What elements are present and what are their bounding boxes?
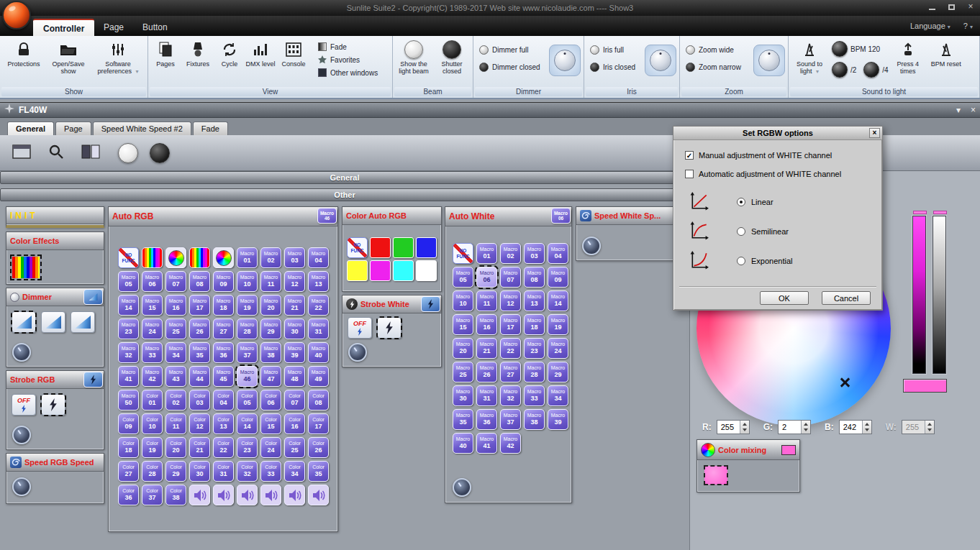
color-fader[interactable] xyxy=(912,216,926,374)
macro-button[interactable]: Macro35 xyxy=(189,342,210,363)
macro-button[interactable]: Macro02 xyxy=(260,247,281,268)
app-logo-icon[interactable] xyxy=(2,1,31,29)
macro-button[interactable]: Macro18 xyxy=(524,314,545,335)
macro-button[interactable]: Macro05 xyxy=(118,271,139,292)
macro-button[interactable]: Macro04 xyxy=(308,247,329,268)
fixtures-button[interactable]: Fixtures xyxy=(181,37,214,87)
zoom-narrow-option[interactable]: Zoom narrow xyxy=(686,63,752,72)
macro-button[interactable]: Macro49 xyxy=(308,366,329,387)
speaker-button[interactable] xyxy=(213,485,234,505)
minimize-icon[interactable] xyxy=(927,2,937,12)
automatic-white-checkbox[interactable] xyxy=(685,170,694,178)
macro-button[interactable]: Macro19 xyxy=(548,314,568,335)
macro-button[interactable]: Macro25 xyxy=(165,318,186,339)
macro-button[interactable]: Macro08 xyxy=(189,271,210,292)
macro-button[interactable]: Macro22 xyxy=(500,338,521,359)
color-button[interactable]: Color37 xyxy=(142,485,163,505)
macro-button[interactable]: Macro01 xyxy=(476,243,497,264)
macro-button[interactable]: Macro21 xyxy=(284,295,305,316)
iris-full-option[interactable]: Iris full xyxy=(590,45,643,55)
split-view-button[interactable] xyxy=(78,139,104,167)
macro-button[interactable]: Macro22 xyxy=(308,295,329,316)
color-button[interactable]: Color08 xyxy=(308,390,329,411)
color-button[interactable]: Color24 xyxy=(260,437,281,458)
spinner-arrows[interactable] xyxy=(862,421,871,434)
color-wheel-icon[interactable] xyxy=(165,247,186,268)
iris-knob[interactable] xyxy=(645,45,676,76)
color-button[interactable]: Color05 xyxy=(237,390,258,411)
speaker-button[interactable] xyxy=(260,485,281,505)
macro-button[interactable]: Macro30 xyxy=(284,318,305,339)
macro-button[interactable]: Macro35 xyxy=(453,409,473,430)
color-button[interactable]: Color01 xyxy=(142,390,163,411)
macro-button[interactable]: Macro32 xyxy=(118,342,139,363)
macro-button[interactable]: Macro25 xyxy=(453,362,473,382)
beam-closed-button[interactable] xyxy=(150,143,170,163)
color-swatch[interactable] xyxy=(393,260,414,281)
macro-button[interactable]: Macro15 xyxy=(142,295,163,316)
console-button[interactable]: Console xyxy=(276,37,311,87)
color-button[interactable]: Color38 xyxy=(165,485,186,505)
macro-button[interactable]: Macro33 xyxy=(524,385,545,406)
speaker-button[interactable] xyxy=(308,485,329,505)
sound-to-light-button[interactable]: Sound to light ▾ xyxy=(790,37,829,87)
macro-button[interactable]: Macro02 xyxy=(500,243,521,264)
color-button[interactable]: Color07 xyxy=(284,390,305,411)
section-bar-other[interactable]: Other xyxy=(0,188,689,201)
macro-button[interactable]: Macro41 xyxy=(476,433,497,454)
macro-button[interactable]: Macro08 xyxy=(524,267,545,288)
shutter-closed-button[interactable]: Shutter closed xyxy=(433,37,471,87)
speed-white-knob[interactable] xyxy=(582,237,601,255)
macro-button[interactable]: Macro50 xyxy=(118,390,139,411)
pages-button[interactable]: Pages xyxy=(150,37,181,87)
strobe-rgb-knob[interactable] xyxy=(12,426,31,444)
color-button[interactable]: Color28 xyxy=(142,461,163,482)
auto-white-knob[interactable] xyxy=(453,478,471,497)
color-swatch[interactable] xyxy=(370,260,391,281)
macro-button[interactable]: Macro06 xyxy=(476,267,497,288)
maximize-icon[interactable] xyxy=(946,2,956,12)
color-button[interactable]: Color10 xyxy=(142,413,163,434)
macro-button[interactable]: Macro37 xyxy=(500,409,521,430)
macro-button[interactable]: Macro04 xyxy=(548,243,568,264)
macro-button[interactable]: Macro17 xyxy=(189,295,210,316)
gradient-icon-2[interactable] xyxy=(189,247,210,268)
speed-rgb-knob[interactable] xyxy=(12,477,31,496)
macro-button[interactable]: Macro20 xyxy=(453,338,473,359)
macro-button[interactable]: Macro16 xyxy=(476,314,497,335)
color-button[interactable]: Color21 xyxy=(189,437,210,458)
macro-button[interactable]: Macro20 xyxy=(260,295,281,316)
strobe-on-button[interactable] xyxy=(41,394,65,416)
macro-button[interactable]: Macro10 xyxy=(453,290,473,311)
speaker-button[interactable] xyxy=(189,485,210,505)
zoom-wide-option[interactable]: Zoom wide xyxy=(686,45,752,55)
macro-button[interactable]: Macro27 xyxy=(213,318,234,339)
tab-speed-white-speed-2[interactable]: Speed White Speed #2 xyxy=(93,122,191,135)
macro-button[interactable]: Macro14 xyxy=(548,290,568,311)
strobe-off-button[interactable]: OFF xyxy=(12,394,36,416)
color-button[interactable]: Color26 xyxy=(308,437,329,458)
color-button[interactable]: Color15 xyxy=(260,413,281,434)
macro-button[interactable]: Macro38 xyxy=(260,342,281,363)
color-button[interactable]: Color03 xyxy=(189,390,210,411)
iris-closed-option[interactable]: Iris closed xyxy=(590,63,643,72)
color-button[interactable]: Color30 xyxy=(189,461,210,482)
software-preferences-button[interactable]: Software preferences ▾ xyxy=(91,37,145,87)
macro-button[interactable]: Macro13 xyxy=(524,290,545,311)
manual-white-checkbox[interactable]: ✓ xyxy=(685,151,694,160)
color-button[interactable]: Color29 xyxy=(165,461,186,482)
cycle-button[interactable]: Cycle xyxy=(214,37,245,87)
color-effects-preset-button[interactable] xyxy=(12,257,40,278)
semilinear-radio[interactable] xyxy=(737,227,745,236)
macro-button[interactable]: Macro31 xyxy=(476,385,497,406)
macro-button[interactable]: Macro36 xyxy=(213,342,234,363)
color-button[interactable]: Color33 xyxy=(260,461,281,482)
dimmer-full-option[interactable]: Dimmer full xyxy=(479,45,548,55)
macro-button[interactable]: Macro41 xyxy=(118,366,139,387)
speaker-button[interactable] xyxy=(237,485,258,505)
cancel-button[interactable]: Cancel xyxy=(822,291,871,305)
strobe-white-knob[interactable] xyxy=(348,343,367,362)
r-input[interactable]: 255 xyxy=(717,420,750,434)
language-menu[interactable]: Language▾ xyxy=(910,22,950,30)
section-bar-general[interactable]: General xyxy=(0,171,689,184)
